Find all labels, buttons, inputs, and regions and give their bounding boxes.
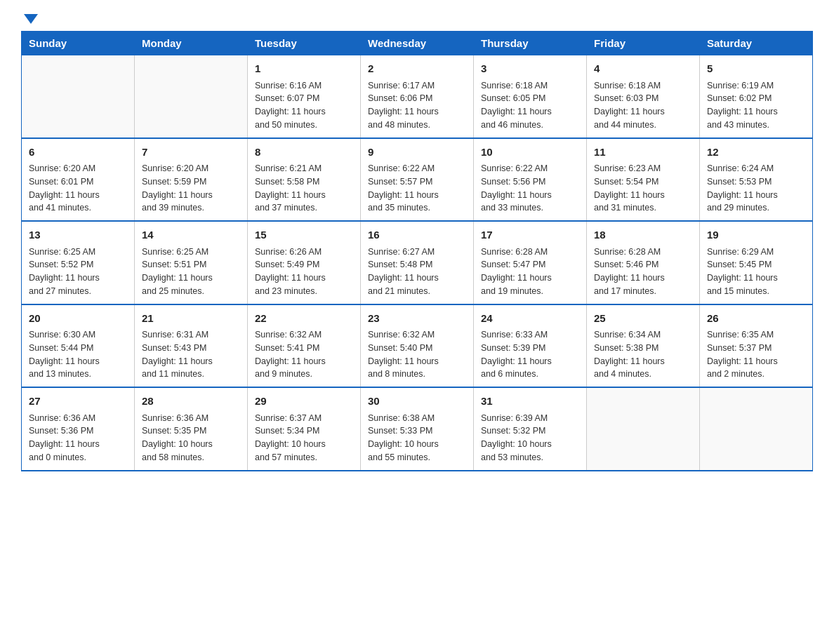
day-number: 31: [481, 394, 579, 410]
calendar-day-cell: 26Sunrise: 6:35 AM Sunset: 5:37 PM Dayli…: [700, 304, 813, 388]
calendar-day-cell: 22Sunrise: 6:32 AM Sunset: 5:41 PM Dayli…: [248, 304, 361, 388]
calendar-day-cell: 16Sunrise: 6:27 AM Sunset: 5:48 PM Dayli…: [361, 221, 474, 304]
calendar-day-cell: 13Sunrise: 6:25 AM Sunset: 5:52 PM Dayli…: [22, 221, 135, 304]
day-info: Sunrise: 6:25 AM Sunset: 5:51 PM Dayligh…: [142, 246, 240, 298]
day-info: Sunrise: 6:31 AM Sunset: 5:43 PM Dayligh…: [142, 328, 240, 381]
day-number: 29: [255, 394, 353, 410]
day-info: Sunrise: 6:18 AM Sunset: 6:03 PM Dayligh…: [594, 79, 692, 132]
day-info: Sunrise: 6:20 AM Sunset: 6:01 PM Dayligh…: [29, 162, 127, 215]
calendar-day-cell: [587, 387, 700, 471]
day-info: Sunrise: 6:38 AM Sunset: 5:33 PM Dayligh…: [368, 412, 466, 464]
calendar-day-cell: 24Sunrise: 6:33 AM Sunset: 5:39 PM Dayli…: [474, 304, 587, 388]
day-info: Sunrise: 6:20 AM Sunset: 5:59 PM Dayligh…: [142, 162, 240, 215]
day-number: 30: [368, 394, 466, 410]
calendar-day-cell: 7Sunrise: 6:20 AM Sunset: 5:59 PM Daylig…: [135, 138, 248, 222]
calendar-day-cell: 12Sunrise: 6:24 AM Sunset: 5:53 PM Dayli…: [700, 138, 813, 222]
day-number: 14: [142, 227, 240, 243]
col-monday: Monday: [135, 32, 248, 55]
calendar-day-cell: 20Sunrise: 6:30 AM Sunset: 5:44 PM Dayli…: [22, 304, 135, 388]
calendar-day-cell: [22, 55, 135, 138]
logo-area: [21, 14, 38, 24]
calendar-day-cell: [700, 387, 813, 471]
day-number: 7: [142, 145, 240, 161]
calendar-day-cell: 28Sunrise: 6:36 AM Sunset: 5:35 PM Dayli…: [135, 387, 248, 471]
calendar-day-cell: 3Sunrise: 6:18 AM Sunset: 6:05 PM Daylig…: [474, 55, 587, 138]
day-number: 15: [255, 227, 353, 243]
day-info: Sunrise: 6:22 AM Sunset: 5:56 PM Dayligh…: [481, 162, 579, 215]
day-info: Sunrise: 6:17 AM Sunset: 6:06 PM Dayligh…: [368, 79, 466, 132]
day-info: Sunrise: 6:33 AM Sunset: 5:39 PM Dayligh…: [481, 328, 579, 381]
day-info: Sunrise: 6:36 AM Sunset: 5:36 PM Dayligh…: [29, 412, 127, 464]
calendar-header-row: Sunday Monday Tuesday Wednesday Thursday…: [22, 32, 813, 55]
day-info: Sunrise: 6:16 AM Sunset: 6:07 PM Dayligh…: [255, 79, 353, 132]
calendar-day-cell: 15Sunrise: 6:26 AM Sunset: 5:49 PM Dayli…: [248, 221, 361, 304]
day-number: 1: [255, 61, 353, 77]
calendar-day-cell: 10Sunrise: 6:22 AM Sunset: 5:56 PM Dayli…: [474, 138, 587, 222]
day-number: 21: [142, 311, 240, 327]
day-number: 9: [368, 145, 466, 161]
day-info: Sunrise: 6:21 AM Sunset: 5:58 PM Dayligh…: [255, 162, 353, 215]
day-info: Sunrise: 6:24 AM Sunset: 5:53 PM Dayligh…: [707, 162, 805, 215]
day-info: Sunrise: 6:37 AM Sunset: 5:34 PM Dayligh…: [255, 412, 353, 464]
day-info: Sunrise: 6:39 AM Sunset: 5:32 PM Dayligh…: [481, 412, 579, 464]
day-info: Sunrise: 6:25 AM Sunset: 5:52 PM Dayligh…: [29, 246, 127, 298]
day-info: Sunrise: 6:36 AM Sunset: 5:35 PM Dayligh…: [142, 412, 240, 464]
calendar-day-cell: 17Sunrise: 6:28 AM Sunset: 5:47 PM Dayli…: [474, 221, 587, 304]
day-number: 18: [594, 227, 692, 243]
day-number: 22: [255, 311, 353, 327]
col-wednesday: Wednesday: [361, 32, 474, 55]
calendar-day-cell: 30Sunrise: 6:38 AM Sunset: 5:33 PM Dayli…: [361, 387, 474, 471]
calendar-day-cell: 23Sunrise: 6:32 AM Sunset: 5:40 PM Dayli…: [361, 304, 474, 388]
calendar-day-cell: 6Sunrise: 6:20 AM Sunset: 6:01 PM Daylig…: [22, 138, 135, 222]
day-number: 4: [594, 61, 692, 77]
day-number: 23: [368, 311, 466, 327]
col-tuesday: Tuesday: [248, 32, 361, 55]
day-number: 8: [255, 145, 353, 161]
day-number: 10: [481, 145, 579, 161]
day-number: 26: [707, 311, 805, 327]
day-number: 17: [481, 227, 579, 243]
day-number: 6: [29, 145, 127, 161]
day-number: 19: [707, 227, 805, 243]
day-info: Sunrise: 6:34 AM Sunset: 5:38 PM Dayligh…: [594, 328, 692, 381]
col-thursday: Thursday: [474, 32, 587, 55]
day-number: 2: [368, 61, 466, 77]
day-number: 11: [594, 145, 692, 161]
calendar-day-cell: [135, 55, 248, 138]
day-info: Sunrise: 6:23 AM Sunset: 5:54 PM Dayligh…: [594, 162, 692, 215]
day-number: 3: [481, 61, 579, 77]
day-info: Sunrise: 6:26 AM Sunset: 5:49 PM Dayligh…: [255, 246, 353, 298]
calendar-day-cell: 14Sunrise: 6:25 AM Sunset: 5:51 PM Dayli…: [135, 221, 248, 304]
logo: [21, 14, 38, 22]
calendar-week-row: 1Sunrise: 6:16 AM Sunset: 6:07 PM Daylig…: [22, 55, 813, 138]
day-number: 5: [707, 61, 805, 77]
calendar-day-cell: 8Sunrise: 6:21 AM Sunset: 5:58 PM Daylig…: [248, 138, 361, 222]
day-info: Sunrise: 6:28 AM Sunset: 5:46 PM Dayligh…: [594, 246, 692, 298]
calendar-week-row: 27Sunrise: 6:36 AM Sunset: 5:36 PM Dayli…: [22, 387, 813, 471]
col-friday: Friday: [587, 32, 700, 55]
calendar-day-cell: 9Sunrise: 6:22 AM Sunset: 5:57 PM Daylig…: [361, 138, 474, 222]
day-info: Sunrise: 6:27 AM Sunset: 5:48 PM Dayligh…: [368, 246, 466, 298]
calendar-day-cell: 5Sunrise: 6:19 AM Sunset: 6:02 PM Daylig…: [700, 55, 813, 138]
calendar-week-row: 6Sunrise: 6:20 AM Sunset: 6:01 PM Daylig…: [22, 138, 813, 222]
day-number: 27: [29, 394, 127, 410]
calendar-day-cell: 2Sunrise: 6:17 AM Sunset: 6:06 PM Daylig…: [361, 55, 474, 138]
calendar-day-cell: 21Sunrise: 6:31 AM Sunset: 5:43 PM Dayli…: [135, 304, 248, 388]
calendar-day-cell: 27Sunrise: 6:36 AM Sunset: 5:36 PM Dayli…: [22, 387, 135, 471]
day-info: Sunrise: 6:32 AM Sunset: 5:40 PM Dayligh…: [368, 328, 466, 381]
day-number: 12: [707, 145, 805, 161]
calendar-week-row: 13Sunrise: 6:25 AM Sunset: 5:52 PM Dayli…: [22, 221, 813, 304]
day-number: 28: [142, 394, 240, 410]
calendar-week-row: 20Sunrise: 6:30 AM Sunset: 5:44 PM Dayli…: [22, 304, 813, 388]
calendar-day-cell: 1Sunrise: 6:16 AM Sunset: 6:07 PM Daylig…: [248, 55, 361, 138]
day-info: Sunrise: 6:35 AM Sunset: 5:37 PM Dayligh…: [707, 328, 805, 381]
calendar-day-cell: 19Sunrise: 6:29 AM Sunset: 5:45 PM Dayli…: [700, 221, 813, 304]
col-sunday: Sunday: [22, 32, 135, 55]
day-number: 25: [594, 311, 692, 327]
calendar-day-cell: 11Sunrise: 6:23 AM Sunset: 5:54 PM Dayli…: [587, 138, 700, 222]
col-saturday: Saturday: [700, 32, 813, 55]
day-info: Sunrise: 6:32 AM Sunset: 5:41 PM Dayligh…: [255, 328, 353, 381]
day-number: 13: [29, 227, 127, 243]
calendar-day-cell: 18Sunrise: 6:28 AM Sunset: 5:46 PM Dayli…: [587, 221, 700, 304]
day-number: 24: [481, 311, 579, 327]
